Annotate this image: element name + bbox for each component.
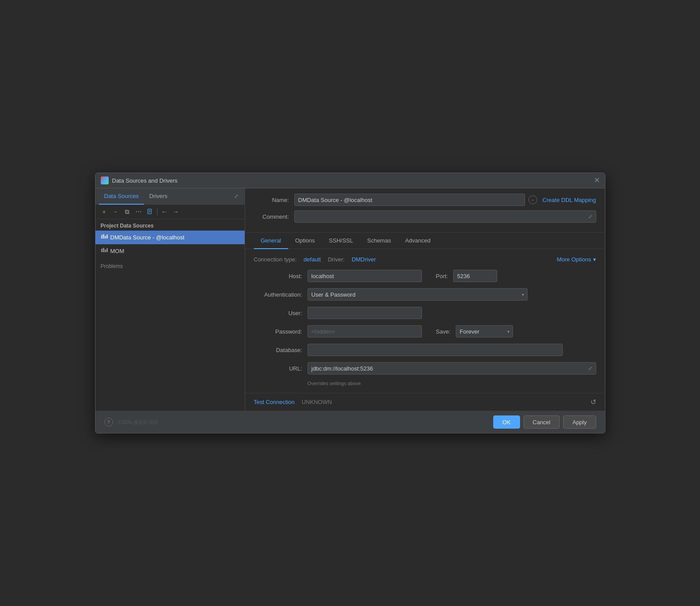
password-row: Password: Save: Forever Until restart Ne… (254, 325, 596, 338)
conn-type-value[interactable]: default (304, 256, 321, 263)
svg-rect-9 (103, 248, 104, 252)
name-options-button[interactable]: ○ (528, 195, 537, 204)
url-label: URL: (254, 365, 302, 372)
conn-type-label: Connection type: (254, 256, 297, 263)
right-header: Name: ○ Create DDL Mapping Comment: ⤢ (245, 188, 605, 233)
dialog-body: Data Sources Drivers ⤢ + − ⧉ ⋯ (95, 188, 605, 411)
data-source-item-dmdata[interactable]: DMData Source - @localhost (95, 231, 245, 244)
svg-rect-8 (101, 249, 103, 252)
comment-wrap: ⤢ (294, 210, 596, 223)
ds-name-dmdata: DMData Source - @localhost (110, 234, 185, 241)
test-status: UNKNOWN (302, 399, 332, 405)
driver-value[interactable]: DMDriver (352, 256, 376, 263)
project-data-sources-header: Project Data Sources (95, 219, 245, 231)
connection-info-row: Connection type: default Driver: DMDrive… (254, 256, 596, 263)
user-input[interactable] (308, 307, 422, 319)
forward-button[interactable]: → (171, 206, 181, 217)
back-button[interactable]: ← (159, 206, 170, 217)
driver-label: Driver: (328, 256, 345, 263)
tab-general[interactable]: General (254, 233, 288, 249)
test-connection-button[interactable]: Test Connection (254, 399, 295, 405)
name-label: Name: (254, 197, 289, 203)
password-input[interactable] (308, 325, 422, 338)
tab-sshssl[interactable]: SSH/SSL (322, 233, 360, 249)
host-label: Host: (254, 273, 302, 279)
url-row: URL: jdbc:dm://localhost:5236 ⤢ (254, 362, 596, 375)
more-options-button[interactable]: More Options ▾ (557, 256, 596, 263)
toolbar-separator (157, 208, 158, 215)
refresh-icon[interactable]: ↺ (590, 398, 596, 406)
port-input[interactable] (453, 270, 497, 282)
tab-schemas[interactable]: Schemas (360, 233, 398, 249)
more-button[interactable]: ⋯ (133, 206, 144, 217)
tab-drivers[interactable]: Drivers (144, 188, 172, 205)
host-row: Host: Port: (254, 270, 596, 282)
data-source-item-mom[interactable]: MOM (95, 244, 245, 258)
footer-left: ? CSDN @还好,还好 (104, 418, 159, 426)
database-input[interactable] (308, 344, 563, 356)
close-button[interactable]: ✕ (594, 177, 600, 184)
name-input[interactable] (294, 194, 525, 206)
url-expand-icon[interactable]: ⤢ (588, 366, 592, 371)
tab-advanced[interactable]: Advanced (398, 233, 438, 249)
left-toolbar: + − ⧉ ⋯ ← → (95, 205, 245, 219)
svg-rect-7 (106, 235, 108, 239)
save-label: Save: (436, 328, 451, 335)
apply-button[interactable]: Apply (563, 415, 596, 429)
tab-options[interactable]: Options (288, 233, 322, 249)
problems-label: Problems (101, 263, 123, 269)
remove-button[interactable]: − (110, 206, 121, 217)
auth-row: Authentication: User & Password No auth … (254, 288, 596, 301)
svg-rect-10 (105, 250, 106, 252)
ok-button[interactable]: OK (493, 415, 520, 429)
cancel-button[interactable]: Cancel (524, 415, 560, 429)
bottom-bar: Test Connection UNKNOWN ↺ (245, 393, 605, 411)
content-area: Connection type: default Driver: DMDrive… (245, 249, 605, 393)
url-hint: Overrides settings above (308, 381, 596, 386)
copy-button[interactable]: ⧉ (122, 206, 132, 217)
expand-panel-icon[interactable]: ⤢ (231, 191, 241, 202)
more-options-chevron: ▾ (593, 256, 596, 263)
left-tabs: Data Sources Drivers ⤢ (95, 188, 245, 205)
url-wrap: jdbc:dm://localhost:5236 ⤢ (308, 362, 596, 375)
file-button[interactable] (145, 206, 155, 217)
right-panel: Name: ○ Create DDL Mapping Comment: ⤢ (245, 188, 605, 411)
name-row: Name: ○ Create DDL Mapping (254, 194, 596, 206)
comment-expand-icon[interactable]: ⤢ (588, 214, 592, 220)
svg-rect-6 (105, 236, 106, 239)
auth-select-wrap: User & Password No auth pgpass ▾ (308, 288, 528, 301)
save-select[interactable]: Forever Until restart Never (456, 325, 513, 338)
password-label: Password: (254, 328, 302, 335)
svg-rect-5 (103, 234, 104, 239)
app-icon (101, 176, 109, 184)
user-row: User: (254, 307, 596, 319)
tabs-bar: General Options SSH/SSL Schemas Advanced (245, 233, 605, 249)
auth-label: Authentication: (254, 291, 302, 298)
save-select-wrap: Forever Until restart Never ▾ (456, 325, 513, 338)
port-label: Port: (436, 273, 448, 279)
comment-label: Comment: (254, 213, 289, 220)
svg-rect-4 (101, 235, 103, 239)
comment-row: Comment: ⤢ (254, 210, 596, 223)
comment-input[interactable] (298, 213, 586, 220)
tab-data-sources[interactable]: Data Sources (99, 188, 144, 205)
dialog-title: Data Sources and Drivers (112, 177, 590, 184)
add-button[interactable]: + (99, 206, 110, 217)
create-ddl-link[interactable]: Create DDL Mapping (542, 197, 596, 203)
name-field-wrap: ○ (294, 194, 537, 206)
more-options-label: More Options (557, 256, 591, 263)
left-panel: Data Sources Drivers ⤢ + − ⧉ ⋯ (95, 188, 245, 411)
svg-rect-11 (106, 248, 108, 252)
database-label: Database: (254, 347, 302, 353)
dialog: Data Sources and Drivers ✕ Data Sources … (95, 173, 605, 433)
footer: ? CSDN @还好,还好 OK Cancel Apply (95, 411, 605, 433)
help-icon[interactable]: ? (104, 418, 113, 426)
ds-icon-dmdata (101, 233, 108, 242)
host-input[interactable] (308, 270, 422, 282)
database-row: Database: (254, 344, 596, 356)
watermark: CSDN @还好,还好 (117, 419, 159, 426)
title-bar: Data Sources and Drivers ✕ (95, 173, 605, 188)
auth-select[interactable]: User & Password No auth pgpass (308, 288, 528, 301)
user-label: User: (254, 310, 302, 316)
form-grid: Host: Port: Authentication: User & Passw… (254, 270, 596, 386)
